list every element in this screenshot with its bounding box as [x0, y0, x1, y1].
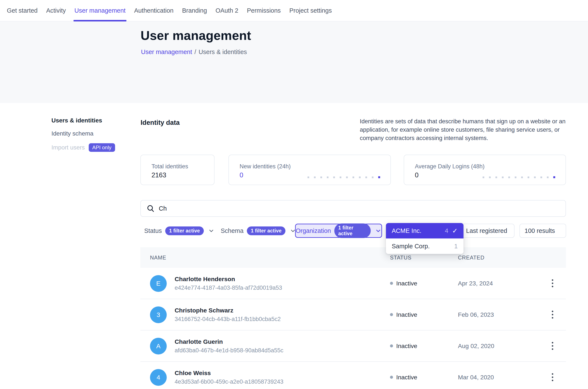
status-dot-icon — [390, 313, 393, 316]
nav-item-user-management[interactable]: User management — [74, 0, 126, 21]
organization-filter-badge: 1 filter active — [334, 224, 371, 238]
kebab-dot — [552, 314, 553, 316]
sparkline-dot — [378, 176, 380, 178]
status-dot-icon — [390, 282, 393, 285]
nav-item-label: Project settings — [289, 7, 332, 14]
sidebar-item-label: Identity schema — [51, 130, 93, 137]
kebab-menu-icon[interactable] — [549, 371, 556, 384]
sparkline-dot — [340, 176, 341, 178]
section-title: Identity data — [141, 119, 180, 127]
avatar: E — [150, 275, 167, 292]
sparkline-dot — [489, 176, 491, 178]
created-date: Apr 23, 2024 — [458, 268, 493, 299]
nav-item-branding[interactable]: Branding — [182, 0, 207, 21]
table-row[interactable]: 3Christophe Schwarz34166752-04cb-443b-a1… — [140, 299, 566, 330]
status-cell: Inactive — [390, 268, 417, 299]
sparkline-dot — [502, 176, 503, 178]
sparkline-dot — [314, 176, 316, 178]
sparkline-dot — [365, 176, 367, 178]
stat-card-value: 0 — [239, 171, 243, 179]
api-only-badge: API only — [89, 143, 115, 152]
dropdown-option-sample-corp-[interactable]: Sample Corp.1 — [386, 238, 464, 254]
organization-dropdown: ACME Inc.4Sample Corp.1 — [386, 223, 464, 254]
kebab-dot — [552, 311, 553, 312]
kebab-menu-icon[interactable] — [549, 277, 556, 290]
sparkline-dot — [307, 176, 309, 178]
nav-item-label: Get started — [7, 7, 37, 14]
nav-item-get-started[interactable]: Get started — [7, 0, 37, 21]
nav-item-permissions[interactable]: Permissions — [247, 0, 281, 21]
table-header: NAMESTATUSCREATED — [140, 247, 566, 268]
status-filter-label: Status — [144, 227, 162, 234]
identity-id: 4e3d53af-6b00-459c-a2e0-a18058739243 — [175, 379, 283, 385]
sidebar-item-label: Users & identities — [51, 117, 102, 124]
nav-item-label: User management — [74, 7, 126, 14]
sparkline-dot — [547, 176, 549, 178]
table-row[interactable]: 4Chloe Weiss4e3d53af-6b00-459c-a2e0-a180… — [140, 362, 566, 389]
identity-name: Chloe Weiss — [175, 369, 283, 377]
status-dot-icon — [390, 344, 393, 347]
sparkline-dot — [327, 176, 328, 178]
sparkline-dot — [528, 176, 529, 178]
kebab-dot — [552, 283, 553, 284]
sort-select[interactable]: Last registered — [461, 224, 515, 238]
kebab-dot — [552, 286, 553, 287]
header-band — [0, 21, 588, 103]
sparkline-dot — [359, 176, 361, 178]
search-input[interactable] — [159, 205, 560, 212]
identity-name: Christophe Schwarz — [175, 307, 281, 314]
dropdown-option-name: Sample Corp. — [392, 243, 454, 250]
sparkline-dot — [483, 176, 484, 178]
stat-card-total-identities: Total identities2163 — [140, 155, 214, 185]
avatar: 4 — [150, 369, 167, 386]
chevron-down-icon — [208, 227, 214, 234]
stat-card-average-daily-logins-48h-: Average Daily Logins (48h)0 — [404, 155, 566, 185]
created-date: Aug 02, 2020 — [458, 330, 494, 361]
sidebar-item-identity-schema[interactable]: Identity schema — [51, 130, 115, 137]
kebab-menu-icon[interactable] — [549, 308, 556, 321]
nav-item-activity[interactable]: Activity — [46, 0, 66, 21]
schema-filter[interactable]: Schema 1 filter active — [221, 224, 296, 238]
status-label: Inactive — [396, 311, 417, 318]
sidebar-item-users-identities[interactable]: Users & identities — [51, 117, 115, 124]
nav-item-project-settings[interactable]: Project settings — [289, 0, 332, 21]
status-cell: Inactive — [390, 299, 417, 330]
sparkline-dot — [540, 176, 542, 178]
table-row[interactable]: ACharlotte Guerinafd63ba0-467b-4e1d-b958… — [140, 330, 566, 362]
avatar: A — [150, 338, 167, 355]
identity-id: e424e774-4187-4a03-85fa-af72d0019a53 — [175, 285, 282, 291]
created-date: Mar 04, 2020 — [458, 362, 494, 389]
breadcrumb-current: Users & identities — [199, 48, 247, 56]
sidebar-item-import-users: Import usersAPI only — [51, 143, 115, 152]
schema-filter-badge: 1 filter active — [247, 227, 285, 235]
column-header-name: NAME — [150, 247, 166, 268]
nav-item-authentication[interactable]: Authentication — [134, 0, 174, 21]
sparkline-dot — [496, 176, 497, 178]
breadcrumb-link[interactable]: User management — [141, 48, 192, 56]
nav-item-label: Activity — [46, 7, 66, 14]
sort-select-label: Last registered — [466, 227, 507, 234]
status-filter[interactable]: Status 1 filter active — [144, 224, 214, 238]
search-bar — [140, 200, 566, 217]
nav-item-label: Permissions — [247, 7, 281, 14]
sparkline-dot — [372, 176, 374, 178]
sparkline-dot — [515, 176, 516, 178]
organization-filter[interactable]: Organization 1 filter active — [295, 224, 382, 238]
table-body: ECharlotte Hendersone424e774-4187-4a03-8… — [140, 268, 566, 389]
table-row[interactable]: ECharlotte Hendersone424e774-4187-4a03-8… — [140, 268, 566, 299]
page-size-select[interactable]: 100 results — [519, 224, 566, 238]
nav-item-oauth-2[interactable]: OAuth 2 — [216, 0, 238, 21]
page-size-label: 100 results — [525, 227, 555, 234]
nav-item-label: Branding — [182, 7, 207, 14]
kebab-dot — [552, 380, 553, 381]
identity-info: Charlotte Hendersone424e774-4187-4a03-85… — [175, 276, 282, 291]
dropdown-option-acme-inc-[interactable]: ACME Inc.4 — [386, 223, 464, 238]
sparkline — [307, 176, 380, 178]
stat-card-label: Average Daily Logins (48h) — [415, 163, 484, 170]
sparkline-dot — [353, 176, 354, 178]
status-dot-icon — [390, 376, 393, 379]
stat-card-label: Total identities — [151, 163, 188, 170]
kebab-menu-icon[interactable] — [549, 339, 556, 353]
search-icon — [146, 204, 155, 213]
breadcrumb-separator: / — [195, 48, 196, 56]
